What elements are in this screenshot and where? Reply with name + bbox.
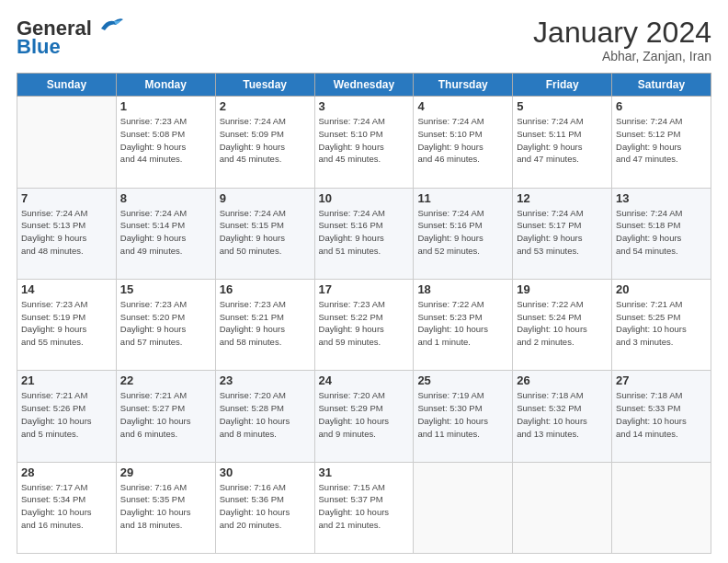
header: General Blue January 2024 Abhar, Zanjan,… (17, 17, 711, 63)
day-info: Sunrise: 7:17 AM Sunset: 5:34 PM Dayligh… (21, 481, 112, 532)
day-info: Sunrise: 7:24 AM Sunset: 5:10 PM Dayligh… (319, 115, 410, 166)
day-info: Sunrise: 7:23 AM Sunset: 5:21 PM Dayligh… (220, 298, 311, 349)
calendar-day-cell: 11Sunrise: 7:24 AM Sunset: 5:16 PM Dayli… (414, 188, 513, 279)
month-title: January 2024 (533, 17, 711, 49)
day-info: Sunrise: 7:18 AM Sunset: 5:33 PM Dayligh… (616, 389, 707, 440)
day-number: 10 (319, 191, 410, 205)
calendar-day-cell: 8Sunrise: 7:24 AM Sunset: 5:14 PM Daylig… (116, 188, 215, 279)
calendar-day-cell: 27Sunrise: 7:18 AM Sunset: 5:33 PM Dayli… (612, 371, 711, 462)
calendar-day-cell (414, 462, 513, 553)
calendar-day-cell: 30Sunrise: 7:16 AM Sunset: 5:36 PM Dayli… (215, 462, 314, 553)
calendar-day-cell: 7Sunrise: 7:24 AM Sunset: 5:13 PM Daylig… (17, 188, 117, 279)
day-info: Sunrise: 7:21 AM Sunset: 5:27 PM Dayligh… (120, 389, 211, 440)
day-info: Sunrise: 7:23 AM Sunset: 5:08 PM Dayligh… (120, 115, 211, 166)
logo: General Blue (17, 17, 123, 59)
day-number: 5 (517, 99, 608, 113)
calendar-day-cell: 20Sunrise: 7:21 AM Sunset: 5:25 PM Dayli… (612, 279, 711, 370)
day-info: Sunrise: 7:20 AM Sunset: 5:28 PM Dayligh… (220, 389, 311, 440)
calendar-week-row: 21Sunrise: 7:21 AM Sunset: 5:26 PM Dayli… (17, 371, 711, 462)
calendar-day-cell: 1Sunrise: 7:23 AM Sunset: 5:08 PM Daylig… (116, 97, 215, 188)
calendar-day-cell: 13Sunrise: 7:24 AM Sunset: 5:18 PM Dayli… (612, 188, 711, 279)
day-number: 17 (319, 282, 410, 296)
calendar-day-cell: 22Sunrise: 7:21 AM Sunset: 5:27 PM Dayli… (116, 371, 215, 462)
weekday-header: Tuesday (215, 74, 314, 97)
day-number: 15 (120, 282, 211, 296)
day-number: 14 (21, 282, 112, 296)
day-info: Sunrise: 7:16 AM Sunset: 5:35 PM Dayligh… (120, 481, 211, 532)
title-block: January 2024 Abhar, Zanjan, Iran (533, 17, 711, 63)
calendar-day-cell: 29Sunrise: 7:16 AM Sunset: 5:35 PM Dayli… (116, 462, 215, 553)
weekday-header: Saturday (612, 74, 711, 97)
day-info: Sunrise: 7:21 AM Sunset: 5:25 PM Dayligh… (616, 298, 707, 349)
logo-bird-icon (94, 16, 123, 38)
calendar-day-cell: 9Sunrise: 7:24 AM Sunset: 5:15 PM Daylig… (215, 188, 314, 279)
calendar-week-row: 7Sunrise: 7:24 AM Sunset: 5:13 PM Daylig… (17, 188, 711, 279)
day-number: 22 (120, 373, 211, 387)
day-number: 23 (220, 373, 311, 387)
day-info: Sunrise: 7:22 AM Sunset: 5:24 PM Dayligh… (517, 298, 608, 349)
weekday-header: Friday (513, 74, 612, 97)
day-info: Sunrise: 7:24 AM Sunset: 5:13 PM Dayligh… (21, 207, 112, 258)
calendar-day-cell (513, 462, 612, 553)
day-number: 25 (417, 373, 508, 387)
day-info: Sunrise: 7:21 AM Sunset: 5:26 PM Dayligh… (21, 389, 112, 440)
weekday-header: Sunday (17, 74, 117, 97)
calendar-week-row: 1Sunrise: 7:23 AM Sunset: 5:08 PM Daylig… (17, 97, 711, 188)
location-subtitle: Abhar, Zanjan, Iran (533, 49, 711, 63)
day-info: Sunrise: 7:24 AM Sunset: 5:16 PM Dayligh… (417, 207, 508, 258)
day-number: 21 (21, 373, 112, 387)
day-info: Sunrise: 7:23 AM Sunset: 5:19 PM Dayligh… (21, 298, 112, 349)
day-info: Sunrise: 7:22 AM Sunset: 5:23 PM Dayligh… (417, 298, 508, 349)
day-number: 27 (616, 373, 707, 387)
day-number: 6 (616, 99, 707, 113)
day-number: 30 (220, 465, 311, 479)
day-number: 8 (120, 191, 211, 205)
day-info: Sunrise: 7:20 AM Sunset: 5:29 PM Dayligh… (319, 389, 410, 440)
weekday-header-row: SundayMondayTuesdayWednesdayThursdayFrid… (17, 74, 711, 97)
day-info: Sunrise: 7:24 AM Sunset: 5:12 PM Dayligh… (616, 115, 707, 166)
calendar-day-cell: 23Sunrise: 7:20 AM Sunset: 5:28 PM Dayli… (215, 371, 314, 462)
day-number: 7 (21, 191, 112, 205)
day-number: 3 (319, 99, 410, 113)
calendar-day-cell: 24Sunrise: 7:20 AM Sunset: 5:29 PM Dayli… (314, 371, 414, 462)
logo-blue-text: Blue (17, 35, 61, 59)
day-number: 28 (21, 465, 112, 479)
calendar-week-row: 14Sunrise: 7:23 AM Sunset: 5:19 PM Dayli… (17, 279, 711, 370)
day-number: 4 (417, 99, 508, 113)
day-number: 12 (517, 191, 608, 205)
day-info: Sunrise: 7:19 AM Sunset: 5:30 PM Dayligh… (417, 389, 508, 440)
day-info: Sunrise: 7:24 AM Sunset: 5:18 PM Dayligh… (616, 207, 707, 258)
day-number: 16 (220, 282, 311, 296)
day-info: Sunrise: 7:24 AM Sunset: 5:17 PM Dayligh… (517, 207, 608, 258)
calendar-day-cell: 18Sunrise: 7:22 AM Sunset: 5:23 PM Dayli… (414, 279, 513, 370)
day-info: Sunrise: 7:24 AM Sunset: 5:16 PM Dayligh… (319, 207, 410, 258)
day-number: 13 (616, 191, 707, 205)
day-number: 31 (319, 465, 410, 479)
day-info: Sunrise: 7:24 AM Sunset: 5:11 PM Dayligh… (517, 115, 608, 166)
calendar-day-cell: 14Sunrise: 7:23 AM Sunset: 5:19 PM Dayli… (17, 279, 117, 370)
calendar-day-cell (612, 462, 711, 553)
day-info: Sunrise: 7:24 AM Sunset: 5:14 PM Dayligh… (120, 207, 211, 258)
calendar-day-cell: 6Sunrise: 7:24 AM Sunset: 5:12 PM Daylig… (612, 97, 711, 188)
calendar-day-cell: 16Sunrise: 7:23 AM Sunset: 5:21 PM Dayli… (215, 279, 314, 370)
calendar-day-cell: 5Sunrise: 7:24 AM Sunset: 5:11 PM Daylig… (513, 97, 612, 188)
calendar-day-cell: 4Sunrise: 7:24 AM Sunset: 5:10 PM Daylig… (414, 97, 513, 188)
day-info: Sunrise: 7:23 AM Sunset: 5:20 PM Dayligh… (120, 298, 211, 349)
calendar-week-row: 28Sunrise: 7:17 AM Sunset: 5:34 PM Dayli… (17, 462, 711, 553)
calendar-day-cell: 28Sunrise: 7:17 AM Sunset: 5:34 PM Dayli… (17, 462, 117, 553)
calendar-day-cell: 31Sunrise: 7:15 AM Sunset: 5:37 PM Dayli… (314, 462, 414, 553)
weekday-header: Monday (116, 74, 215, 97)
day-number: 26 (517, 373, 608, 387)
day-info: Sunrise: 7:23 AM Sunset: 5:22 PM Dayligh… (319, 298, 410, 349)
day-info: Sunrise: 7:24 AM Sunset: 5:15 PM Dayligh… (220, 207, 311, 258)
calendar-day-cell: 10Sunrise: 7:24 AM Sunset: 5:16 PM Dayli… (314, 188, 414, 279)
calendar-day-cell (17, 97, 117, 188)
day-number: 29 (120, 465, 211, 479)
weekday-header: Thursday (414, 74, 513, 97)
day-info: Sunrise: 7:16 AM Sunset: 5:36 PM Dayligh… (220, 481, 311, 532)
calendar-day-cell: 19Sunrise: 7:22 AM Sunset: 5:24 PM Dayli… (513, 279, 612, 370)
day-number: 1 (120, 99, 211, 113)
day-number: 19 (517, 282, 608, 296)
calendar-table: SundayMondayTuesdayWednesdayThursdayFrid… (17, 73, 711, 554)
day-number: 2 (220, 99, 311, 113)
